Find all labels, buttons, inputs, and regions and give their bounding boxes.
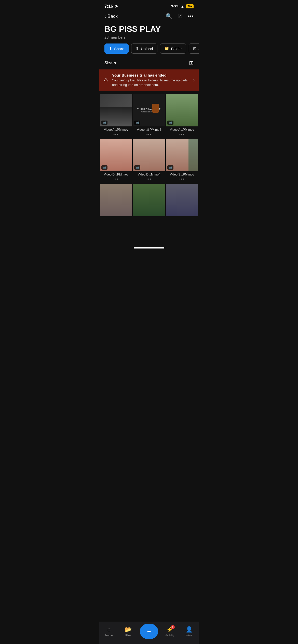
folder-title: BG PISS PLAY	[104, 25, 194, 34]
thumbnail	[100, 184, 132, 216]
more-icon[interactable]: •••	[188, 13, 194, 20]
scan-label: Scan	[198, 47, 199, 51]
video-badge: 📹	[167, 165, 173, 170]
file-item[interactable]	[166, 184, 198, 219]
file-item[interactable]: 📹 Video D...M.mp4 •••	[133, 139, 165, 183]
select-icon[interactable]: ☑	[178, 13, 183, 20]
sort-button[interactable]: Size ▾	[104, 61, 116, 66]
title-section: BG PISS PLAY 28 members	[99, 23, 199, 43]
sos-label: SOS	[171, 4, 179, 8]
file-name: Video D...PM.mov	[100, 173, 132, 176]
file-more-button[interactable]: •••	[146, 177, 152, 181]
file-name: Video D...M.mp4	[133, 173, 165, 176]
sort-label-text: Size	[104, 61, 113, 65]
location-icon: ➤	[115, 4, 118, 9]
folder-label: Folder	[171, 47, 182, 51]
tab-files[interactable]: 📂 Files	[121, 626, 136, 637]
file-name: Video S...PM.mov	[166, 173, 198, 176]
back-label: Back	[107, 14, 118, 19]
file-item[interactable]: THEGORILLA DROP - - WINNER OF EVENTS - -…	[133, 94, 165, 138]
file-more-button[interactable]: •••	[146, 132, 152, 136]
search-icon[interactable]: 🔍	[166, 13, 172, 20]
battery-indicator: 79+	[186, 4, 194, 8]
time-display: 7:16	[104, 4, 113, 9]
sort-chevron-icon: ▾	[114, 61, 116, 66]
file-item[interactable]: 📹 Video S...PM.mov •••	[166, 139, 198, 183]
status-bar: 7:16 ➤ SOS ▲ 79+	[99, 0, 199, 11]
activity-label: Activity	[165, 634, 174, 637]
folder-icon: 📁	[164, 46, 169, 51]
grid-toggle-icon[interactable]: ⊞	[189, 60, 194, 66]
work-label: Work	[186, 634, 192, 637]
add-icon: +	[147, 627, 151, 635]
add-button[interactable]: +	[140, 624, 158, 639]
thumbnail: 📹	[166, 94, 198, 126]
home-indicator	[99, 247, 199, 256]
thumbnail	[166, 184, 198, 216]
thumbnail: THEGORILLA DROP - - WINNER OF EVENTS - -…	[133, 94, 165, 126]
activity-badge: 1	[171, 625, 175, 629]
thumbnail: 📹	[100, 139, 132, 171]
thumbnail: 📹	[100, 94, 132, 126]
video-badge: 📹	[101, 121, 107, 125]
back-button[interactable]: ‹ Back	[104, 14, 118, 19]
tab-activity[interactable]: ⚡ 1 Activity	[162, 626, 177, 637]
file-more-button[interactable]: •••	[113, 177, 119, 181]
thumbnail	[133, 184, 165, 216]
file-more-button[interactable]: •••	[179, 132, 185, 136]
file-item[interactable]: 📹 Video D...PM.mov •••	[100, 139, 132, 183]
upload-button[interactable]: ⬆ Upload	[131, 43, 157, 54]
scan-button[interactable]: ⊡ Scan	[189, 43, 199, 54]
video-badge: 📹	[167, 121, 173, 125]
thumbnail: 📹	[133, 139, 165, 171]
upload-icon: ⬆	[136, 46, 139, 51]
file-name: Video...8 PM.mp4	[133, 128, 165, 131]
files-icon: 📂	[125, 626, 132, 633]
video-badge: 📹	[101, 165, 107, 170]
action-buttons: ⬆ Share ⬆ Upload 📁 Folder ⊡ Scan	[99, 43, 199, 58]
tab-bar: ⌂ Home 📂 Files + ⚡ 1 Activity 👤 Work	[99, 622, 199, 644]
scan-icon: ⊡	[193, 46, 196, 51]
file-name: Video A...PM.mov	[166, 128, 198, 131]
file-more-button[interactable]: •••	[113, 132, 119, 136]
thumbnail: 📹	[166, 139, 198, 171]
file-item[interactable]: 📹 Video A...PM.mov •••	[166, 94, 198, 138]
home-icon: ⌂	[107, 626, 111, 633]
video-badge: 📹	[134, 121, 140, 125]
trial-banner[interactable]: ⚠ Your Business trial has ended You can'…	[99, 69, 199, 91]
folder-button[interactable]: 📁 Folder	[160, 43, 186, 54]
tab-home[interactable]: ⌂ Home	[101, 626, 117, 637]
back-chevron-icon: ‹	[104, 14, 106, 19]
home-label: Home	[105, 634, 113, 637]
banner-chevron-icon: ›	[193, 78, 195, 83]
share-icon: ⬆	[109, 46, 112, 51]
sort-bar: Size ▾ ⊞	[99, 58, 199, 69]
file-more-button[interactable]: •••	[179, 177, 185, 181]
video-badge: 📹	[134, 165, 140, 170]
warning-icon: ⚠	[103, 77, 109, 83]
banner-title: Your Business trial has ended	[112, 73, 189, 77]
file-item[interactable]: 📹 Video A...PM.mov •••	[100, 94, 132, 138]
files-grid: 📹 Video A...PM.mov ••• THEGORILLA DROP -…	[99, 94, 199, 220]
share-button[interactable]: ⬆ Share	[104, 43, 129, 54]
file-name: Video A...PM.mov	[100, 128, 132, 131]
nav-bar: ‹ Back 🔍 ☑ •••	[99, 11, 199, 23]
upload-label: Upload	[141, 47, 153, 51]
banner-subtitle: You can't upload files or folders. To re…	[112, 78, 189, 87]
wifi-icon: ▲	[181, 4, 184, 8]
file-item[interactable]	[133, 184, 165, 219]
tab-work[interactable]: 👤 Work	[181, 626, 197, 637]
work-icon: 👤	[186, 626, 193, 633]
file-item[interactable]	[100, 184, 132, 219]
member-count: 28 members	[104, 35, 194, 39]
share-label: Share	[114, 47, 124, 51]
files-label: Files	[125, 634, 131, 637]
